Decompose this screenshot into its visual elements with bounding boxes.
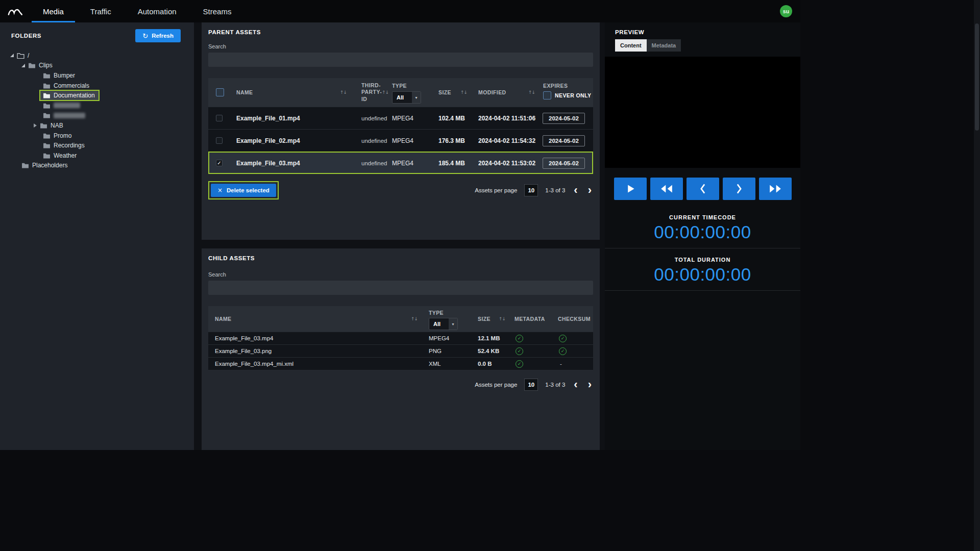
expires-chip[interactable]: 2024-05-02 [543, 113, 585, 124]
tree-item-label: / [28, 52, 29, 59]
asset-size: 185.4 MB [438, 160, 465, 167]
fast-forward-button[interactable] [759, 178, 792, 200]
expires-chip[interactable]: 2024-05-02 [543, 158, 585, 169]
tab-automation[interactable]: Automation [127, 0, 188, 22]
tree-item-clips[interactable]: Clips [0, 61, 194, 71]
previous-page-icon[interactable]: ‹ [572, 185, 579, 196]
asset-size: 102.4 MB [438, 115, 465, 122]
delete-selected-button[interactable]: × Delete selected [211, 184, 276, 197]
current-timecode-label: CURRENT TIMECODE [605, 214, 800, 220]
sort-icon[interactable]: ↑↓ [528, 90, 535, 95]
rewind-icon [659, 184, 674, 194]
current-timecode-value: 00:00:00:00 [605, 221, 800, 243]
sort-icon[interactable]: ↑↓ [411, 316, 418, 321]
tab-traffic[interactable]: Traffic [79, 0, 122, 22]
tree-item-label: Clips [39, 62, 53, 69]
tree-item-redacted[interactable] [0, 111, 194, 121]
asset-modified: 2024-04-02 11:53:02 [478, 160, 535, 167]
folder-icon [21, 162, 29, 168]
delete-selected-label: Delete selected [227, 187, 270, 193]
refresh-button[interactable]: ↻ Refresh [135, 29, 181, 42]
tree-item-recordings[interactable]: Recordings [0, 140, 194, 151]
range-text: 1-3 of 3 [545, 382, 565, 388]
tab-media[interactable]: Media [32, 0, 75, 22]
child-assets-panel: CHILD ASSETS Search NAME ↑↓ TYPE [202, 248, 600, 450]
asset-type: PNG [429, 348, 442, 354]
select-all-checkbox[interactable] [216, 88, 224, 96]
tree-item-nab[interactable]: NAB [0, 120, 194, 131]
divider [605, 290, 800, 291]
child-asset-row[interactable]: Example_File_03.mp4 MPEG4 12.1 MB ✓ ✓ [208, 332, 593, 344]
user-avatar[interactable]: su [780, 5, 792, 17]
scrollbar[interactable] [974, 0, 980, 551]
row-checkbox[interactable] [216, 115, 223, 121]
parent-asset-row-selected[interactable]: ✓ Example_File_03.mp4 undefined MPEG4 18… [208, 152, 593, 174]
rewind-button[interactable] [650, 178, 683, 200]
play-button[interactable] [614, 178, 647, 200]
parent-search-input[interactable] [208, 53, 593, 67]
preview-tabs: Content Metadata [615, 39, 790, 52]
never-only-label: NEVER ONLY [555, 92, 591, 98]
tree-item-redacted[interactable] [0, 101, 194, 111]
next-page-icon[interactable]: › [586, 185, 593, 196]
column-modified: MODIFIED [478, 89, 506, 95]
child-assets-table: NAME ↑↓ TYPE All ▾ SIZ [208, 306, 593, 370]
tree-item-label: Commercials [54, 82, 89, 89]
per-page-value[interactable]: 10 [524, 379, 538, 391]
asset-size: 52.4 KB [478, 348, 499, 354]
type-filter-value: All [393, 92, 412, 103]
sort-icon[interactable]: ↑↓ [340, 90, 347, 95]
tree-item-promo[interactable]: Promo [0, 131, 194, 141]
parent-asset-row[interactable]: Example_File_02.mp4 undefined MPEG4 176.… [208, 129, 593, 152]
expand-arrow-icon[interactable] [10, 54, 14, 57]
column-size: SIZE [438, 89, 451, 95]
tree-item-documentation[interactable]: Documentation [0, 90, 194, 101]
main-content: PARENT ASSETS Search NAME ↑↓ THIRD-PARTY… [194, 22, 605, 450]
scrollbar-thumb[interactable] [975, 23, 979, 131]
sort-icon[interactable]: ↑↓ [460, 90, 467, 95]
tab-metadata[interactable]: Metadata [647, 39, 681, 52]
previous-page-icon[interactable]: ‹ [572, 379, 579, 390]
next-page-icon[interactable]: › [586, 379, 593, 390]
folder-tree: / Clips Bumper Commercials [0, 51, 194, 170]
sort-icon[interactable]: ↑↓ [499, 316, 505, 321]
checksum-ok-icon: ✓ [559, 347, 567, 355]
total-duration-label: TOTAL DURATION [605, 257, 800, 263]
tree-item-label: Recordings [54, 142, 85, 149]
metadata-ok-icon: ✓ [516, 335, 523, 342]
tree-item-commercials[interactable]: Commercials [0, 81, 194, 91]
parent-asset-row[interactable]: Example_File_01.mp4 undefined MPEG4 102.… [208, 107, 593, 129]
child-asset-row[interactable]: Example_File_03.mp4_mi.xml XML 0.0 B ✓ - [208, 357, 593, 370]
child-search-input[interactable] [208, 281, 593, 295]
never-only-checkbox[interactable] [543, 91, 551, 99]
collapse-arrow-icon[interactable] [34, 123, 37, 128]
expires-chip[interactable]: 2024-05-02 [543, 135, 585, 146]
column-size: SIZE [478, 316, 491, 322]
tree-item-weather[interactable]: Weather [0, 151, 194, 161]
folder-icon [43, 103, 51, 109]
type-filter-dropdown[interactable]: All ▾ [429, 318, 458, 330]
per-page-value[interactable]: 10 [524, 184, 538, 196]
next-frame-button[interactable] [723, 178, 755, 200]
screen: Media Traffic Automation Streams su FOLD… [0, 0, 980, 551]
tab-content[interactable]: Content [615, 39, 647, 52]
video-preview[interactable] [605, 57, 800, 168]
parent-assets-table: NAME ↑↓ THIRD-PARTY-ID ↑↓ TYPE All [208, 78, 593, 174]
metadata-ok-icon: ✓ [516, 347, 523, 355]
row-checkbox-checked[interactable]: ✓ [216, 160, 223, 166]
folder-icon [43, 142, 51, 148]
column-expires: EXPIRES [543, 83, 568, 89]
type-filter-dropdown[interactable]: All ▾ [392, 91, 421, 104]
playback-controls [614, 178, 800, 200]
previous-frame-button[interactable] [687, 178, 719, 200]
tree-item-placeholders[interactable]: Placeholders [0, 161, 194, 171]
tree-item-bumper[interactable]: Bumper [0, 70, 194, 81]
tab-streams[interactable]: Streams [192, 0, 243, 22]
tree-item-root[interactable]: / [0, 51, 194, 61]
expand-arrow-icon[interactable] [21, 64, 25, 67]
app-logo[interactable] [0, 0, 32, 22]
child-asset-row[interactable]: Example_File_03.png PNG 52.4 KB ✓ ✓ [208, 344, 593, 357]
selected-folder-highlight: Documentation [39, 90, 100, 101]
row-checkbox[interactable] [216, 137, 223, 144]
tree-item-label: Placeholders [32, 162, 67, 169]
